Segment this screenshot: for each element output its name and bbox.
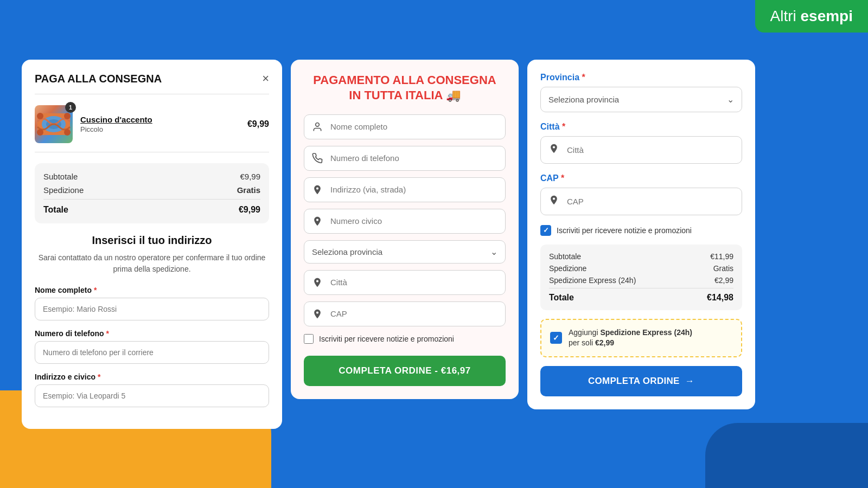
city-input[interactable] <box>567 139 742 161</box>
form-group-address: Indirizzo e civico * <box>35 373 269 407</box>
shipping-label: Spedizione <box>43 185 84 195</box>
city-input-wrap <box>540 136 742 164</box>
middle-title-line1: PAGAMENTO ALLA CONSEGNA <box>313 73 496 87</box>
summary-row-total: Totale €9,99 <box>43 199 260 215</box>
right-shipping-value: Gratis <box>713 264 733 273</box>
middle-header: PAGAMENTO ALLA CONSEGNA IN TUTTA ITALIA … <box>304 73 506 104</box>
express-text-before: Aggiungi <box>569 328 600 337</box>
middle-name-input[interactable] <box>330 115 505 138</box>
right-newsletter-row: Iscriviti per ricevere notizie e promozi… <box>540 225 742 236</box>
middle-city-input[interactable] <box>330 271 505 293</box>
svg-point-5 <box>37 129 43 136</box>
middle-civic-input-wrap <box>304 209 506 234</box>
cap-label: CAP * <box>540 174 742 183</box>
banner-text-light: Altri <box>770 8 801 24</box>
address-label: Indirizzo e civico * <box>35 373 269 381</box>
express-text-bold: Spedizione Express (24h) <box>600 328 692 337</box>
panel-left: PAGA ALLA CONSEGNA × <box>22 60 282 429</box>
location-icon-right-cap <box>541 188 567 215</box>
middle-province-select[interactable]: Seleziona provincia <box>312 241 490 263</box>
middle-cap-input-wrap <box>304 301 506 326</box>
middle-newsletter-row: Iscriviti per ricevere notizie e promozi… <box>304 334 506 344</box>
summary-box-left: Subtotale €9,99 Spedizione Gratis Totale… <box>35 163 269 223</box>
svg-point-6 <box>64 129 71 136</box>
name-input[interactable] <box>35 298 269 320</box>
middle-civic-input[interactable] <box>330 210 505 232</box>
express-checkbox[interactable] <box>550 332 562 344</box>
panel-left-header: PAGA ALLA CONSEGNA × <box>35 73 269 94</box>
address-section-subtitle: Sarai contattato da un nostro operatore … <box>35 252 269 275</box>
name-label: Nome completo * <box>35 286 269 294</box>
right-summary-total: Totale €14,98 <box>549 288 733 303</box>
chevron-down-icon-province: ⌄ <box>727 94 734 105</box>
close-button[interactable]: × <box>262 73 269 85</box>
address-input[interactable] <box>35 384 269 407</box>
middle-address-input-wrap <box>304 177 506 202</box>
right-newsletter-label[interactable]: Iscriviti per ricevere notizie e promozi… <box>557 226 692 235</box>
city-label: Città * <box>540 122 742 132</box>
form-group-name: Nome completo * <box>35 286 269 320</box>
panel-middle: PAGAMENTO ALLA CONSEGNA IN TUTTA ITALIA … <box>291 60 519 399</box>
right-shipping-label: Spedizione <box>549 264 586 273</box>
right-newsletter-checkbox[interactable] <box>540 225 551 236</box>
right-subtotal-label: Subtotale <box>549 252 581 261</box>
right-complete-btn-label: COMPLETA ORDINE <box>588 376 680 387</box>
cap-input-wrap <box>540 188 742 215</box>
right-complete-btn[interactable]: COMPLETA ORDINE → <box>540 366 742 396</box>
summary-row-shipping: Spedizione Gratis <box>43 185 260 195</box>
phone-input[interactable] <box>35 341 269 364</box>
summary-row-subtotal: Subtotale €9,99 <box>43 172 260 181</box>
product-info: Cuscino d'accento Piccolo <box>80 115 240 133</box>
banner-text-bold: esempi <box>801 8 853 24</box>
province-label: Provincia * <box>540 73 742 82</box>
middle-cap-input[interactable] <box>330 303 505 325</box>
chevron-down-icon: ⌄ <box>490 247 497 257</box>
svg-point-4 <box>64 113 71 119</box>
form-group-phone: Numero di telefono * <box>35 329 269 364</box>
express-box: Aggiungi Spedizione Express (24h) per so… <box>540 319 742 357</box>
middle-name-input-wrap <box>304 114 506 139</box>
location-icon-right-city <box>541 137 567 163</box>
location-icon-cap <box>304 302 330 326</box>
middle-title-line2: IN TUTTA ITALIA 🚚 <box>349 88 460 102</box>
total-label: Totale <box>43 205 68 215</box>
express-text-price: €2,99 <box>595 338 614 347</box>
right-subtotal-value: €11,99 <box>710 252 733 261</box>
product-row: 1 Cuscino d'accento Piccolo €9,99 <box>35 105 269 152</box>
svg-point-3 <box>37 113 43 119</box>
right-summary-shipping: Spedizione Gratis <box>549 264 733 273</box>
panels-container: PAGA ALLA CONSEGNA × <box>11 49 857 440</box>
middle-newsletter-label[interactable]: Iscriviti per ricevere notizie e promozi… <box>319 335 454 343</box>
product-image-wrap: 1 <box>35 105 73 143</box>
middle-address-input[interactable] <box>330 178 505 201</box>
product-variant: Piccolo <box>80 125 240 133</box>
location-icon-civic <box>304 209 330 233</box>
total-value: €9,99 <box>239 205 260 215</box>
altri-esempi-banner[interactable]: Altri esempi <box>755 0 869 33</box>
middle-complete-btn[interactable]: COMPLETA ORDINE - €16,97 <box>304 356 506 386</box>
province-select[interactable]: Seleziona provincia <box>548 87 727 112</box>
shipping-value: Gratis <box>237 185 260 195</box>
right-express-value: €2,99 <box>714 276 733 285</box>
svg-point-7 <box>316 123 320 126</box>
right-summary-box: Subtotale €11,99 Spedizione Gratis Spedi… <box>540 245 742 310</box>
middle-phone-input-wrap <box>304 146 506 171</box>
middle-phone-input[interactable] <box>330 147 505 169</box>
right-total-label: Totale <box>549 293 574 303</box>
location-icon-city <box>304 271 330 294</box>
right-summary-express: Spedizione Express (24h) €2,99 <box>549 276 733 285</box>
middle-newsletter-checkbox[interactable] <box>304 334 314 344</box>
panel-left-title: PAGA ALLA CONSEGNA <box>35 73 162 85</box>
right-total-value: €14,98 <box>707 293 733 303</box>
panel-right: Provincia * Seleziona provincia ⌄ Città … <box>527 60 755 409</box>
subtotal-label: Subtotale <box>43 172 78 181</box>
express-text: Aggiungi Spedizione Express (24h) per so… <box>569 328 692 349</box>
province-select-wrap: Seleziona provincia ⌄ <box>540 87 742 112</box>
address-section-title: Inserisci il tuo indirizzo <box>35 234 269 247</box>
product-price: €9,99 <box>247 119 269 129</box>
person-icon <box>304 115 330 139</box>
location-icon-address <box>304 178 330 202</box>
product-badge: 1 <box>65 102 76 113</box>
phone-icon <box>304 146 330 170</box>
cap-input[interactable] <box>567 190 742 213</box>
